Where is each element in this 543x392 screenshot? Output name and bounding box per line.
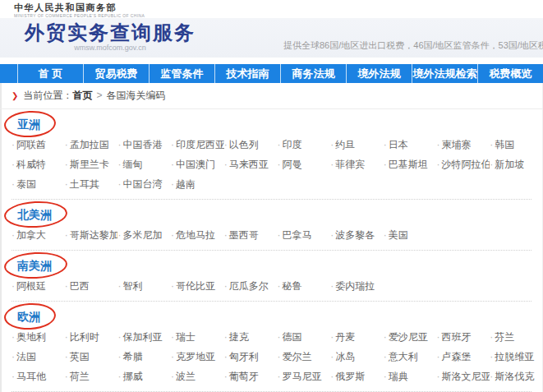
country-link[interactable]: ·拉脱维亚 [490, 347, 543, 367]
country-link[interactable]: ·西班牙 [437, 327, 490, 347]
country-link[interactable]: ·巴拿马 [277, 225, 330, 245]
nav-item-4[interactable]: 商务法规 [280, 64, 346, 83]
country-link[interactable]: ·意大利 [384, 347, 437, 367]
country-link[interactable]: ·多米尼加 [117, 225, 171, 245]
country-link[interactable]: ·瑞士 [171, 327, 224, 347]
country-link[interactable]: ·斯洛文尼亚 [437, 367, 490, 386]
country-link[interactable]: ·泰国 [12, 174, 65, 194]
country-link[interactable]: ·罗马尼亚 [277, 367, 330, 386]
country-label: 越南 [176, 178, 196, 190]
country-link[interactable]: ·斯洛伐克 [490, 367, 543, 386]
nav-item-5[interactable]: 境外法规 [346, 64, 412, 83]
country-link[interactable]: ·瑞典 [384, 367, 437, 386]
country-link[interactable]: ·巴西 [65, 276, 118, 296]
country-link[interactable]: ·葡萄牙 [224, 367, 278, 386]
country-label: 波多黎各 [335, 229, 375, 241]
site-title[interactable]: 外贸实务查询服务 [25, 22, 196, 44]
country-link[interactable]: ·卢森堡 [437, 347, 490, 367]
country-link[interactable]: ·科威特 [12, 154, 65, 174]
country-link[interactable]: ·法国 [12, 347, 65, 367]
country-link[interactable]: ·德国 [277, 327, 330, 347]
country-link[interactable]: ·沙特阿拉伯 [437, 154, 490, 174]
bullet-icon: · [12, 229, 15, 241]
country-link[interactable]: ·哥斯达黎加 [65, 225, 118, 245]
nav-item-0[interactable]: 首 页 [17, 64, 83, 83]
country-link[interactable]: ·爱沙尼亚 [384, 327, 437, 347]
country-label: 多米尼加 [122, 229, 162, 241]
country-label: 丹麦 [335, 331, 355, 343]
country-link[interactable]: ·菲律宾 [330, 154, 384, 174]
country-link[interactable]: ·日本 [384, 135, 437, 154]
country-link[interactable]: ·波多黎各 [330, 225, 384, 245]
nav-item-6[interactable]: 境外法规检索 [412, 64, 477, 83]
country-link[interactable]: ·巴基斯坦 [384, 154, 437, 174]
country-link[interactable]: ·危地马拉 [171, 225, 224, 245]
country-link[interactable]: ·加拿大 [12, 225, 65, 245]
country-link[interactable]: ·秘鲁 [277, 276, 330, 296]
country-link[interactable]: ·土耳其 [65, 174, 118, 194]
region-title: 南美洲 [16, 258, 53, 273]
country-link[interactable]: ·中国香港 [117, 135, 171, 154]
country-link[interactable]: ·新加坡 [490, 154, 543, 174]
main-nav: 首 页贸易税费监管条件技术指南商务法规境外法规境外法规检索税费概览 [0, 64, 543, 83]
country-link[interactable]: ·越南 [171, 174, 224, 194]
country-link[interactable]: ·克罗地亚 [171, 347, 224, 367]
country-label: 巴拿马 [282, 229, 311, 241]
breadcrumb-home-link[interactable]: 首页 [72, 90, 92, 101]
bullet-icon: · [224, 351, 228, 362]
country-link[interactable]: ·阿联酋 [12, 135, 65, 154]
country-link[interactable]: ·约旦 [330, 135, 384, 154]
bullet-icon: · [224, 331, 228, 343]
bullet-icon: · [171, 331, 174, 343]
country-link[interactable]: ·丹麦 [330, 327, 384, 347]
country-link[interactable]: ·柬埔寨 [437, 135, 490, 154]
country-link[interactable]: ·斯里兰卡 [65, 154, 118, 174]
nav-item-3[interactable]: 技术指南 [214, 64, 280, 83]
country-label: 爱沙尼亚 [389, 331, 428, 343]
nav-item-7[interactable]: 税费概览 [477, 64, 543, 83]
nav-item-1[interactable]: 贸易税费 [83, 64, 149, 83]
country-link[interactable]: ·印度尼西亚 [171, 135, 224, 154]
country-link[interactable]: ·希腊 [117, 347, 171, 367]
bullet-icon: · [384, 229, 387, 241]
country-link[interactable]: ·美国 [384, 225, 437, 245]
country-label: 孟加拉国 [70, 139, 109, 150]
country-link[interactable]: ·捷克 [224, 327, 278, 347]
nav-item-2[interactable]: 监管条件 [149, 64, 214, 83]
country-link[interactable]: ·以色列 [224, 135, 278, 154]
country-link[interactable]: ·厄瓜多尔 [224, 276, 278, 296]
country-link[interactable]: ·冰岛 [330, 347, 384, 367]
country-link[interactable]: ·俄罗斯 [330, 367, 384, 386]
country-link[interactable]: ·孟加拉国 [65, 135, 118, 154]
country-link[interactable]: ·马来西亚 [224, 154, 278, 174]
country-link[interactable]: ·委内瑞拉 [330, 276, 384, 296]
country-link[interactable]: ·中国澳门 [171, 154, 224, 174]
country-link[interactable]: ·挪威 [117, 367, 171, 386]
country-link[interactable]: ·韩国 [490, 135, 543, 154]
country-link[interactable]: ·荷兰 [65, 367, 118, 386]
country-link[interactable]: ·马耳他 [12, 367, 65, 386]
country-link[interactable]: ·芬兰 [490, 327, 543, 347]
country-link[interactable]: ·缅甸 [117, 154, 171, 174]
country-link[interactable]: ·阿根廷 [12, 276, 65, 296]
country-link[interactable]: ·保加利亚 [117, 327, 171, 347]
country-link[interactable]: ·爱尔兰 [277, 347, 330, 367]
country-link[interactable]: ·波兰 [171, 367, 224, 386]
country-link[interactable]: ·匈牙利 [224, 347, 278, 367]
country-link[interactable]: ·墨西哥 [224, 225, 278, 245]
country-link[interactable]: ·比利时 [65, 327, 118, 347]
country-link[interactable]: ·奥地利 [12, 327, 65, 347]
breadcrumb-current[interactable]: 各国海关编码 [106, 90, 165, 101]
country-label: 阿联酋 [16, 139, 46, 150]
country-link[interactable]: ·哥伦比亚 [171, 276, 224, 296]
country-label: 瑞士 [176, 331, 196, 343]
country-label: 秘鲁 [282, 280, 301, 292]
site-logo[interactable]: 外贸实务查询服务 wmsw.mofcom.gov.cn [25, 18, 196, 53]
country-link[interactable]: ·印度 [277, 135, 330, 154]
country-link[interactable]: ·阿曼 [277, 154, 330, 174]
country-link[interactable]: ·中国台湾 [117, 174, 171, 194]
country-label: 挪威 [122, 371, 142, 382]
country-link[interactable]: ·智利 [117, 276, 171, 296]
country-link[interactable]: ·英国 [65, 347, 118, 367]
sections-container: 亚洲·阿联酋·孟加拉国·中国香港·印度尼西亚·以色列·印度·约旦·日本·柬埔寨·… [0, 109, 543, 392]
